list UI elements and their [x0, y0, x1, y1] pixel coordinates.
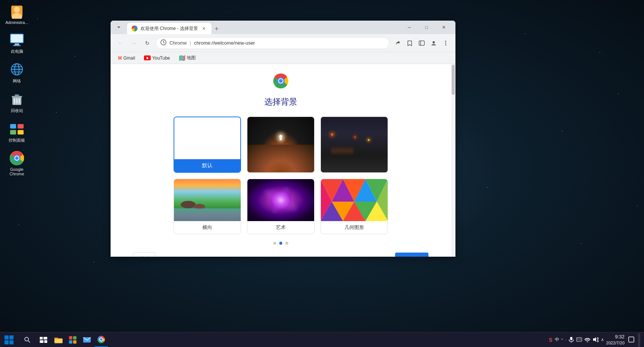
pagination-dot-1[interactable]: [273, 242, 276, 245]
full-width-icon[interactable]: ·: [565, 338, 566, 342]
earth-label: 地球: [247, 172, 314, 173]
minimize-button[interactable]: ─: [401, 21, 418, 33]
desktop-icon-control-panel[interactable]: 控制面板: [4, 121, 30, 143]
chrome-label: Chrome: [169, 40, 187, 46]
punct-icon[interactable]: °: [562, 338, 563, 342]
tab-dropdown-button[interactable]: [114, 22, 124, 33]
scrollbar-thumb[interactable]: [452, 65, 455, 95]
clock-time: 9:32: [606, 334, 625, 340]
input-method-icon[interactable]: 中: [555, 337, 559, 343]
volume-icon[interactable]: [593, 337, 599, 343]
share-button[interactable]: [392, 38, 403, 48]
landscape-label: 横向: [174, 221, 241, 234]
background-card-earth[interactable]: 地球: [247, 117, 315, 173]
svg-rect-84: [629, 337, 634, 342]
forward-button[interactable]: →: [129, 38, 139, 48]
new-tab-button[interactable]: +: [211, 24, 222, 34]
skip-button[interactable]: 跳过: [133, 252, 156, 257]
svg-rect-66: [73, 336, 76, 340]
back-button[interactable]: ←: [115, 38, 126, 48]
close-button[interactable]: ✕: [435, 21, 452, 33]
sidebar-button[interactable]: [416, 38, 427, 48]
taskbar-item-chrome[interactable]: [94, 333, 108, 347]
search-button[interactable]: [18, 332, 37, 347]
chrome-logo-icon: [271, 72, 290, 90]
svg-rect-73: [570, 337, 572, 340]
show-desktop-button[interactable]: [638, 333, 640, 347]
svg-rect-63: [54, 338, 58, 339]
svg-point-56: [25, 337, 28, 341]
svg-rect-19: [10, 124, 16, 129]
background-card-landscape[interactable]: 横向: [174, 179, 241, 234]
tray-expand[interactable]: ∧: [601, 337, 604, 342]
page-content: 选择背景 默认: [111, 64, 451, 257]
reload-button[interactable]: ↻: [142, 38, 153, 48]
profile-button[interactable]: [428, 38, 439, 48]
pagination-dot-2[interactable]: [279, 242, 282, 245]
taskbar-right: S 中 ° ·: [545, 333, 644, 347]
active-tab[interactable]: 欢迎使用 Chrome - 选择背景 ✕: [127, 23, 211, 34]
notification-button[interactable]: [627, 337, 636, 343]
svg-rect-64: [55, 339, 62, 343]
taskbar: S 中 ° ·: [0, 332, 644, 347]
taskbar-item-store[interactable]: [66, 333, 79, 347]
address-input[interactable]: Chrome | chrome://welcome/new-user: [156, 37, 389, 49]
desktop-icon-recycle[interactable]: 回收站: [4, 91, 30, 114]
taskbar-item-explorer[interactable]: [52, 333, 65, 347]
menu-button[interactable]: [440, 38, 451, 48]
desktop-icon-chrome[interactable]: Google Chrome: [4, 151, 30, 176]
tab-bar: 欢迎使用 Chrome - 选择背景 ✕ +: [127, 21, 398, 34]
tab-close-button[interactable]: ✕: [201, 25, 207, 31]
bookmark-youtube-label: YouTube: [152, 55, 170, 61]
pagination: [126, 242, 436, 245]
bookmark-button[interactable]: [404, 38, 415, 48]
desktop-icon-chrome-label: Google Chrome: [4, 167, 30, 176]
svg-point-34: [445, 44, 446, 45]
desktop-icon-control-panel-label: 控制面板: [9, 138, 25, 143]
background-card-city[interactable]: 城市景观: [321, 117, 388, 173]
taskbar-items: [50, 333, 545, 347]
bookmark-youtube[interactable]: YouTube: [141, 54, 173, 62]
desktop-icon-computer[interactable]: 此电脑: [4, 32, 30, 54]
desktop-icon-administrator[interactable]: Administra...: [4, 4, 30, 25]
svg-point-82: [587, 341, 588, 342]
background-card-art[interactable]: 艺术: [247, 179, 315, 234]
maps-icon: [179, 55, 185, 61]
svg-point-27: [15, 156, 19, 160]
bookmark-maps-label: 地图: [187, 55, 196, 61]
tab-title: 欢迎使用 Chrome - 选择背景: [141, 25, 198, 32]
city-label: 城市景观: [321, 172, 388, 173]
next-arrow-icon: ›: [419, 256, 421, 257]
svg-point-33: [445, 42, 446, 43]
keyboard-icon[interactable]: [576, 337, 582, 343]
next-button[interactable]: 下一步 ›: [395, 253, 428, 257]
svg-point-1: [14, 7, 20, 13]
bookmark-gmail[interactable]: M Gmail: [115, 54, 138, 62]
system-clock[interactable]: 9:32 2022/7/20: [606, 334, 625, 346]
galaxy-preview: [247, 179, 314, 221]
geometric-label: 几何图形: [321, 221, 388, 234]
desktop-icons: Administra... 此电脑 网络: [4, 4, 30, 176]
background-card-default[interactable]: 默认: [174, 117, 241, 173]
art-label: 艺术: [247, 221, 314, 234]
svg-rect-22: [18, 130, 24, 135]
svg-rect-29: [419, 41, 424, 45]
bookmark-maps[interactable]: 地图: [176, 53, 199, 63]
task-view-button[interactable]: [37, 333, 50, 347]
scrollbar[interactable]: [451, 64, 455, 257]
pagination-dot-3[interactable]: [285, 242, 288, 245]
background-card-geometric[interactable]: 几何图形: [321, 179, 388, 234]
network-tray-icon[interactable]: [584, 337, 590, 343]
landscape-preview: [174, 179, 241, 221]
maximize-button[interactable]: □: [418, 21, 435, 33]
start-button[interactable]: [0, 332, 18, 347]
chrome-logo: [126, 72, 436, 92]
address-bar: ← → ↻ Chrome | chrome://welcome/new-user: [111, 34, 455, 52]
microphone-icon[interactable]: [569, 337, 574, 343]
svg-rect-6: [13, 45, 21, 46]
desktop-icon-network[interactable]: 网络: [4, 62, 30, 84]
ime-icon[interactable]: S: [549, 337, 552, 343]
chrome-window: 欢迎使用 Chrome - 选择背景 ✕ + ─ □ ✕ ← → ↻ Chrom…: [111, 21, 455, 257]
svg-point-71: [101, 339, 103, 341]
taskbar-item-mail[interactable]: [80, 333, 94, 347]
